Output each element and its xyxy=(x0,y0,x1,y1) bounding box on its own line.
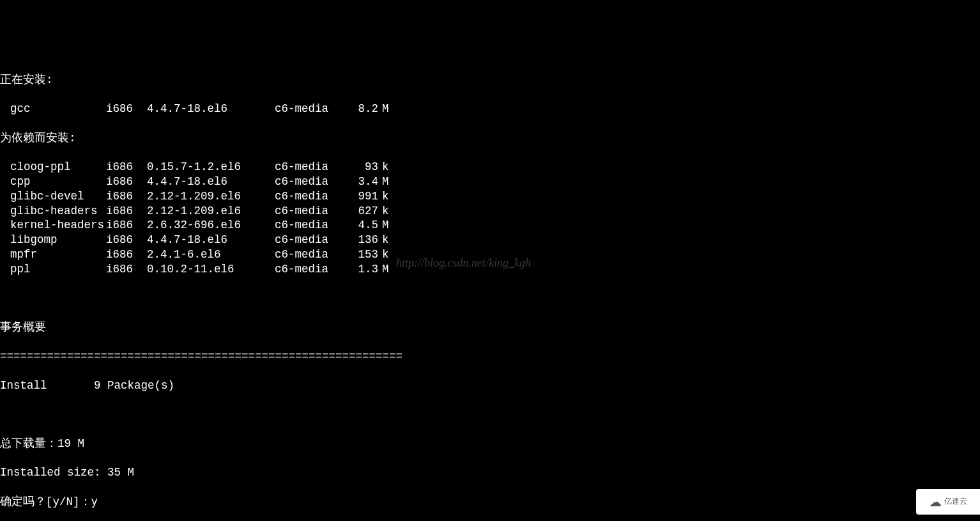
confirm-prompt: 确定吗？[y/N]：y xyxy=(0,495,980,509)
pkg-unit: M xyxy=(378,218,391,233)
pkg-arch: i686 xyxy=(106,262,147,277)
package-row: cloog-ppli6860.15.7-1.2.el6c6-media93k xyxy=(0,160,980,175)
pkg-arch: i686 xyxy=(106,189,147,204)
pkg-arch: i686 xyxy=(106,160,147,175)
package-row: mpfri6862.4.1-6.el6c6-media153k xyxy=(0,247,980,262)
pkg-name: glibc-headers xyxy=(0,204,106,219)
pkg-size: 1.3 xyxy=(345,262,378,277)
pkg-name: mpfr xyxy=(0,247,106,262)
pkg-repo: c6-media xyxy=(275,262,345,277)
logo-text: 亿速云 xyxy=(944,497,967,507)
pkg-size: 4.5 xyxy=(345,218,378,233)
pkg-ver: 2.12-1.209.el6 xyxy=(147,189,275,204)
deps-header: 为依赖而安装: xyxy=(0,131,980,146)
package-row: libgompi6864.4.7-18.el6c6-media136k xyxy=(0,233,980,247)
pkg-unit: M xyxy=(378,102,391,116)
package-row: gcci6864.4.7-18.el6c6-media8.2M xyxy=(0,102,980,116)
pkg-arch: i686 xyxy=(106,233,147,247)
pkg-repo: c6-media xyxy=(275,102,345,116)
pkg-arch: i686 xyxy=(106,218,147,233)
pkg-name: gcc xyxy=(0,102,106,116)
install-count: Install 9 Package(s) xyxy=(0,378,980,393)
pkg-unit: M xyxy=(378,262,391,277)
cloud-icon: ☁ xyxy=(929,494,942,510)
pkg-name: cloog-ppl xyxy=(0,160,106,175)
pkg-size: 627 xyxy=(345,204,378,219)
summary-title: 事务概要 xyxy=(0,320,980,335)
pkg-ver: 2.12-1.209.el6 xyxy=(147,204,275,219)
pkg-ver: 2.6.32-696.el6 xyxy=(147,218,275,233)
pkg-arch: i686 xyxy=(106,175,147,189)
pkg-repo: c6-media xyxy=(275,233,345,247)
pkg-repo: c6-media xyxy=(275,160,345,175)
package-row: glibc-headersi6862.12-1.209.el6c6-media6… xyxy=(0,204,980,219)
blank-line xyxy=(0,291,980,306)
pkg-repo: c6-media xyxy=(275,218,345,233)
pkg-size: 991 xyxy=(345,189,378,204)
pkg-ver: 4.4.7-18.el6 xyxy=(147,233,275,247)
pkg-repo: c6-media xyxy=(275,189,345,204)
pkg-size: 93 xyxy=(345,160,378,175)
blank-line xyxy=(0,407,980,422)
logo-badge: ☁ 亿速云 xyxy=(916,489,980,515)
installed-size: Installed size: 35 M xyxy=(0,465,980,480)
pkg-size: 153 xyxy=(345,247,378,262)
pkg-unit: k xyxy=(378,189,391,204)
pkg-name: glibc-devel xyxy=(0,189,106,204)
pkg-arch: i686 xyxy=(106,247,147,262)
pkg-size: 3.4 xyxy=(345,175,378,189)
installing-header: 正在安装: xyxy=(0,73,980,88)
total-download: 总下载量：19 M xyxy=(0,437,980,451)
package-row: kernel-headersi6862.6.32-696.el6c6-media… xyxy=(0,218,980,233)
terminal-output[interactable]: 正在安装: gcci6864.4.7-18.el6c6-media8.2M 为依… xyxy=(0,58,980,521)
pkg-ver: 0.10.2-11.el6 xyxy=(147,262,275,277)
package-row: ppli6860.10.2-11.el6c6-media1.3M xyxy=(0,262,980,277)
pkg-name: ppl xyxy=(0,262,106,277)
pkg-unit: k xyxy=(378,160,391,175)
pkg-ver: 4.4.7-18.el6 xyxy=(147,175,275,189)
pkg-name: kernel-headers xyxy=(0,218,106,233)
pkg-arch: i686 xyxy=(106,102,147,116)
pkg-ver: 0.15.7-1.2.el6 xyxy=(147,160,275,175)
pkg-unit: k xyxy=(378,233,391,247)
package-row: cppi6864.4.7-18.el6c6-media3.4M xyxy=(0,175,980,189)
pkg-ver: 2.4.1-6.el6 xyxy=(147,247,275,262)
pkg-size: 8.2 xyxy=(345,102,378,116)
package-row: glibc-develi6862.12-1.209.el6c6-media991… xyxy=(0,189,980,204)
pkg-ver: 4.4.7-18.el6 xyxy=(147,102,275,116)
pkg-unit: k xyxy=(378,247,391,262)
pkg-repo: c6-media xyxy=(275,204,345,219)
pkg-unit: M xyxy=(378,175,391,189)
pkg-repo: c6-media xyxy=(275,175,345,189)
pkg-unit: k xyxy=(378,204,391,219)
pkg-repo: c6-media xyxy=(275,247,345,262)
pkg-name: cpp xyxy=(0,175,106,189)
pkg-size: 136 xyxy=(345,233,378,247)
pkg-arch: i686 xyxy=(106,204,147,219)
separator: ========================================… xyxy=(0,349,980,364)
pkg-name: libgomp xyxy=(0,233,106,247)
